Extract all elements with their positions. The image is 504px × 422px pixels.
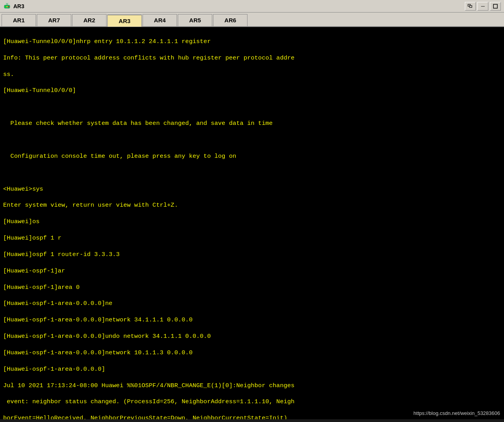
title-bar-left: AR3 [3, 2, 24, 10]
terminal-line-12: [Huawei]ospf 1 r [3, 234, 501, 242]
terminal-line-6 [3, 136, 501, 144]
tab-AR1[interactable]: AR1 [2, 14, 36, 26]
svg-point-2 [7, 6, 8, 7]
terminal-line-3: [Huawei-Tunnel0/0/0] [3, 87, 501, 95]
tab-AR4[interactable]: AR4 [143, 14, 177, 26]
tab-AR3[interactable]: AR3 [107, 14, 142, 27]
terminal-line-9: <Huawei>sys [3, 185, 501, 193]
terminal-line-11: [Huawei]os [3, 218, 501, 226]
terminal-line-19: [Huawei-ospf-1-area-0.0.0.0]network 10.1… [3, 349, 501, 357]
terminal-line-21: Jul 10 2021 17:13:24-08:00 Huawei %%01OS… [3, 382, 501, 390]
window-title: AR3 [13, 3, 24, 9]
tab-AR5[interactable]: AR5 [178, 14, 212, 26]
terminal-line-4 [3, 103, 501, 111]
terminal-line-2: ss. [3, 70, 501, 79]
tab-AR2[interactable]: AR2 [72, 14, 107, 26]
title-bar-controls: ─ [465, 2, 501, 11]
svg-rect-9 [493, 4, 497, 8]
tab-AR6[interactable]: AR6 [213, 14, 247, 26]
watermark: https://blog.csdn.net/weixin_53283606 [414, 410, 500, 417]
minimize-button[interactable]: ─ [477, 2, 488, 11]
terminal-line-18: [Huawei-ospf-1-area-0.0.0.0]undo network… [3, 332, 501, 341]
terminal-line-22: event: neighbor status changed. (Process… [3, 398, 501, 406]
terminal-line-1: Info: This peer protocol address conflic… [3, 54, 501, 62]
terminal-line-14: [Huawei-ospf-1]ar [3, 267, 501, 275]
router-icon [3, 2, 11, 10]
svg-rect-8 [470, 5, 472, 7]
terminal-line-20: [Huawei-ospf-1-area-0.0.0.0] [3, 365, 501, 373]
terminal-line-7: Configuration console time out, please p… [3, 152, 501, 161]
terminal-line-13: [Huawei]ospf 1 router-id 3.3.3.3 [3, 251, 501, 259]
terminal-line-10: Enter system view, return user view with… [3, 201, 501, 209]
svg-line-5 [6, 3, 7, 4]
terminal-line-0: [Huawei-Tunnel0/0/0]nhrp entry 10.1.1.2 … [3, 38, 501, 46]
terminal-line-8 [3, 169, 501, 177]
svg-point-1 [5, 6, 6, 7]
svg-line-6 [7, 3, 8, 4]
terminal-line-16: [Huawei-ospf-1-area-0.0.0.0]ne [3, 299, 501, 308]
terminal-line-17: [Huawei-ospf-1-area-0.0.0.0]network 34.1… [3, 316, 501, 324]
terminal-line-5: Please check whether system data has bee… [3, 119, 501, 128]
title-bar: AR3 ─ [0, 0, 504, 13]
terminal-area[interactable]: [Huawei-Tunnel0/0/0]nhrp entry 10.1.1.2 … [0, 27, 504, 419]
restore-button[interactable] [490, 2, 501, 11]
svg-point-3 [8, 6, 9, 7]
tab-bar: AR1 AR7 AR2 AR3 AR4 AR5 AR6 [0, 13, 504, 27]
tab-AR7[interactable]: AR7 [37, 14, 71, 26]
maximize-button[interactable] [465, 2, 476, 11]
terminal-line-15: [Huawei-ospf-1]area 0 [3, 283, 501, 292]
